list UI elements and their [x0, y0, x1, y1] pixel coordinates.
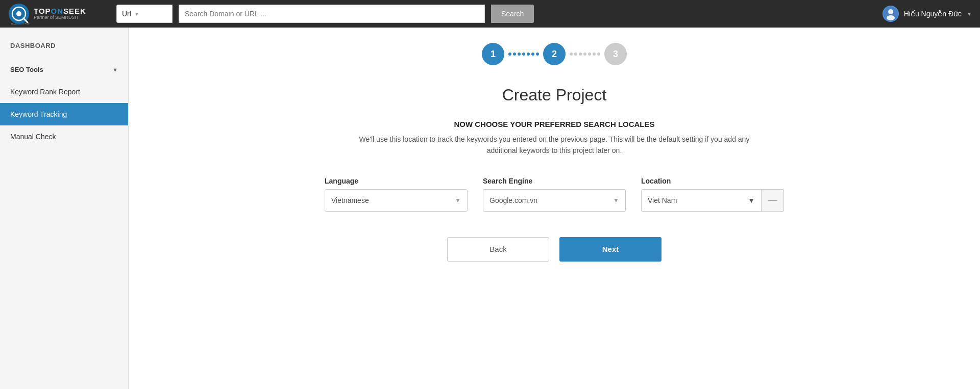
dot [593, 53, 596, 56]
dot [588, 53, 591, 56]
user-name: Hiếu Nguyễn Đức [904, 10, 962, 18]
logo-area: Partner of SEMRUSH TOPONSEEK Partner of … [8, 3, 110, 24]
search-engine-group: Search Engine Google.com.vn ▼ [483, 177, 626, 212]
avatar [883, 6, 899, 22]
form-row: Language Vietnamese ▼ Search Engine Goog… [325, 177, 784, 212]
language-value: Vietnamese [331, 196, 369, 204]
main-content: 1 2 [129, 28, 980, 389]
user-chevron-icon: ▼ [967, 11, 972, 17]
sidebar-item-dashboard[interactable]: DASHBOARD [0, 33, 128, 59]
svg-point-6 [888, 9, 893, 14]
search-input[interactable] [179, 5, 485, 23]
language-chevron-icon: ▼ [455, 197, 461, 204]
sidebar-item-keyword-rank-report[interactable]: Keyword Rank Report [0, 81, 128, 103]
back-button[interactable]: Back [447, 237, 549, 262]
sidebar-item-keyword-tracking[interactable]: Keyword Tracking [0, 103, 128, 125]
step-dots-1-2 [504, 53, 543, 56]
dot [527, 53, 530, 56]
language-group: Language Vietnamese ▼ [325, 177, 468, 212]
sidebar-section-seo-tools[interactable]: SEO Tools ▼ [0, 59, 128, 81]
svg-point-7 [887, 15, 895, 20]
user-avatar-icon [884, 7, 898, 21]
search-engine-chevron-icon: ▼ [613, 197, 619, 204]
logo-icon: Partner of SEMRUSH [8, 3, 30, 24]
dot [531, 53, 534, 56]
step-1: 1 [482, 43, 504, 65]
step-dots-2-3 [566, 53, 604, 56]
step-3: 3 [604, 43, 627, 65]
step-2: 2 [543, 43, 566, 65]
location-label: Location [641, 177, 784, 185]
page-title: Create Project [502, 86, 607, 105]
language-label: Language [325, 177, 468, 185]
dot [508, 53, 511, 56]
subtitle-heading: NOW CHOOSE YOUR PREFERRED SEARCH LOCALES [350, 120, 758, 128]
svg-text:Partner of SEMRUSH: Partner of SEMRUSH [11, 23, 30, 24]
dot [574, 53, 577, 56]
location-group: Location Viet Nam ▼ — [641, 177, 784, 212]
dot [570, 53, 573, 56]
main-layout: DASHBOARD SEO Tools ▼ Keyword Rank Repor… [0, 28, 980, 389]
dot [597, 53, 600, 56]
dot [583, 53, 586, 56]
svg-point-2 [16, 11, 21, 16]
dot [536, 53, 539, 56]
dot [513, 53, 516, 56]
language-select[interactable]: Vietnamese ▼ [325, 189, 468, 212]
search-button[interactable]: Search [491, 5, 534, 23]
dot [518, 53, 521, 56]
location-value: Viet Nam [648, 196, 677, 204]
sidebar-item-manual-check[interactable]: Manual Check [0, 125, 128, 148]
location-add-icon: — [768, 195, 777, 205]
location-add-button[interactable]: — [762, 189, 784, 212]
dot [579, 53, 582, 56]
subtitle-section: NOW CHOOSE YOUR PREFERRED SEARCH LOCALES… [350, 120, 758, 157]
sidebar: DASHBOARD SEO Tools ▼ Keyword Rank Repor… [0, 28, 129, 389]
user-menu[interactable]: Hiếu Nguyễn Đức ▼ [883, 6, 972, 22]
next-button[interactable]: Next [559, 237, 662, 262]
subtitle-text: We'll use this location to track the key… [350, 134, 758, 157]
action-row: Back Next [447, 237, 662, 262]
location-chevron-icon: ▼ [748, 196, 755, 204]
search-engine-select[interactable]: Google.com.vn ▼ [483, 189, 626, 212]
url-selector-label: Url [122, 10, 131, 18]
search-engine-label: Search Engine [483, 177, 626, 185]
top-nav: Partner of SEMRUSH TOPONSEEK Partner of … [0, 0, 980, 28]
dot [522, 53, 525, 56]
search-engine-value: Google.com.vn [489, 196, 537, 204]
url-dropdown[interactable]: Url ▼ [116, 5, 173, 23]
steps-indicator: 1 2 [482, 43, 627, 65]
seo-tools-label: SEO Tools [10, 66, 43, 73]
location-row: Viet Nam ▼ — [641, 189, 784, 212]
url-chevron-icon: ▼ [134, 11, 139, 17]
seo-tools-chevron-icon: ▼ [112, 67, 118, 73]
location-select[interactable]: Viet Nam ▼ [641, 189, 762, 212]
